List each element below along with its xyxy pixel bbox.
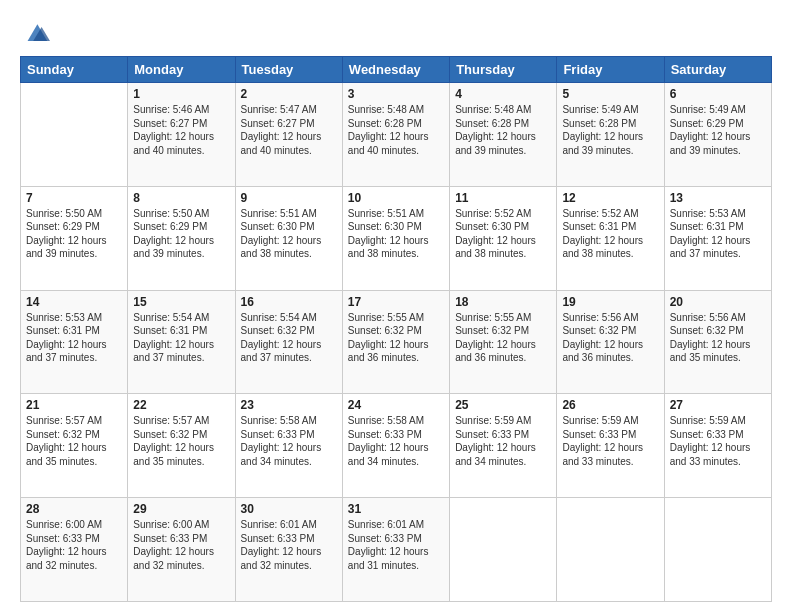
day-cell: 8Sunrise: 5:50 AM Sunset: 6:29 PM Daylig… [128,186,235,290]
day-info: Sunrise: 5:51 AM Sunset: 6:30 PM Dayligh… [348,207,444,261]
day-number: 7 [26,191,122,205]
day-info: Sunrise: 6:01 AM Sunset: 6:33 PM Dayligh… [348,518,444,572]
day-cell: 5Sunrise: 5:49 AM Sunset: 6:28 PM Daylig… [557,83,664,187]
day-cell: 19Sunrise: 5:56 AM Sunset: 6:32 PM Dayli… [557,290,664,394]
day-number: 6 [670,87,766,101]
day-cell [664,498,771,602]
day-info: Sunrise: 5:56 AM Sunset: 6:32 PM Dayligh… [670,311,766,365]
day-cell: 10Sunrise: 5:51 AM Sunset: 6:30 PM Dayli… [342,186,449,290]
header [20,18,772,46]
day-cell [21,83,128,187]
day-number: 11 [455,191,551,205]
day-info: Sunrise: 5:48 AM Sunset: 6:28 PM Dayligh… [455,103,551,157]
day-cell: 17Sunrise: 5:55 AM Sunset: 6:32 PM Dayli… [342,290,449,394]
col-header-wednesday: Wednesday [342,57,449,83]
day-number: 21 [26,398,122,412]
day-cell: 27Sunrise: 5:59 AM Sunset: 6:33 PM Dayli… [664,394,771,498]
day-number: 16 [241,295,337,309]
day-number: 27 [670,398,766,412]
day-number: 28 [26,502,122,516]
day-cell [557,498,664,602]
day-cell: 18Sunrise: 5:55 AM Sunset: 6:32 PM Dayli… [450,290,557,394]
day-cell: 20Sunrise: 5:56 AM Sunset: 6:32 PM Dayli… [664,290,771,394]
col-header-saturday: Saturday [664,57,771,83]
page: SundayMondayTuesdayWednesdayThursdayFrid… [0,0,792,612]
day-cell: 7Sunrise: 5:50 AM Sunset: 6:29 PM Daylig… [21,186,128,290]
day-info: Sunrise: 5:59 AM Sunset: 6:33 PM Dayligh… [670,414,766,468]
day-info: Sunrise: 5:55 AM Sunset: 6:32 PM Dayligh… [348,311,444,365]
col-header-sunday: Sunday [21,57,128,83]
day-number: 29 [133,502,229,516]
day-cell: 29Sunrise: 6:00 AM Sunset: 6:33 PM Dayli… [128,498,235,602]
calendar-table: SundayMondayTuesdayWednesdayThursdayFrid… [20,56,772,602]
day-number: 5 [562,87,658,101]
day-cell: 16Sunrise: 5:54 AM Sunset: 6:32 PM Dayli… [235,290,342,394]
day-info: Sunrise: 5:53 AM Sunset: 6:31 PM Dayligh… [26,311,122,365]
day-info: Sunrise: 5:57 AM Sunset: 6:32 PM Dayligh… [26,414,122,468]
day-info: Sunrise: 5:49 AM Sunset: 6:28 PM Dayligh… [562,103,658,157]
day-cell: 15Sunrise: 5:54 AM Sunset: 6:31 PM Dayli… [128,290,235,394]
day-info: Sunrise: 6:00 AM Sunset: 6:33 PM Dayligh… [26,518,122,572]
day-number: 30 [241,502,337,516]
col-header-tuesday: Tuesday [235,57,342,83]
day-info: Sunrise: 5:47 AM Sunset: 6:27 PM Dayligh… [241,103,337,157]
day-cell: 23Sunrise: 5:58 AM Sunset: 6:33 PM Dayli… [235,394,342,498]
day-info: Sunrise: 5:58 AM Sunset: 6:33 PM Dayligh… [241,414,337,468]
day-number: 23 [241,398,337,412]
day-info: Sunrise: 5:51 AM Sunset: 6:30 PM Dayligh… [241,207,337,261]
day-cell: 4Sunrise: 5:48 AM Sunset: 6:28 PM Daylig… [450,83,557,187]
week-row-2: 7Sunrise: 5:50 AM Sunset: 6:29 PM Daylig… [21,186,772,290]
day-info: Sunrise: 5:50 AM Sunset: 6:29 PM Dayligh… [133,207,229,261]
day-cell: 9Sunrise: 5:51 AM Sunset: 6:30 PM Daylig… [235,186,342,290]
day-cell: 1Sunrise: 5:46 AM Sunset: 6:27 PM Daylig… [128,83,235,187]
day-info: Sunrise: 5:56 AM Sunset: 6:32 PM Dayligh… [562,311,658,365]
day-info: Sunrise: 6:01 AM Sunset: 6:33 PM Dayligh… [241,518,337,572]
day-info: Sunrise: 5:49 AM Sunset: 6:29 PM Dayligh… [670,103,766,157]
day-number: 12 [562,191,658,205]
day-info: Sunrise: 5:48 AM Sunset: 6:28 PM Dayligh… [348,103,444,157]
day-cell: 25Sunrise: 5:59 AM Sunset: 6:33 PM Dayli… [450,394,557,498]
day-cell: 11Sunrise: 5:52 AM Sunset: 6:30 PM Dayli… [450,186,557,290]
logo-icon [22,18,50,46]
header-row: SundayMondayTuesdayWednesdayThursdayFrid… [21,57,772,83]
day-number: 24 [348,398,444,412]
day-number: 13 [670,191,766,205]
day-cell: 30Sunrise: 6:01 AM Sunset: 6:33 PM Dayli… [235,498,342,602]
day-info: Sunrise: 5:52 AM Sunset: 6:31 PM Dayligh… [562,207,658,261]
week-row-5: 28Sunrise: 6:00 AM Sunset: 6:33 PM Dayli… [21,498,772,602]
logo [20,18,50,46]
day-cell: 28Sunrise: 6:00 AM Sunset: 6:33 PM Dayli… [21,498,128,602]
day-number: 4 [455,87,551,101]
day-number: 3 [348,87,444,101]
day-number: 18 [455,295,551,309]
col-header-monday: Monday [128,57,235,83]
day-cell: 31Sunrise: 6:01 AM Sunset: 6:33 PM Dayli… [342,498,449,602]
day-info: Sunrise: 5:58 AM Sunset: 6:33 PM Dayligh… [348,414,444,468]
day-number: 10 [348,191,444,205]
col-header-thursday: Thursday [450,57,557,83]
day-cell [450,498,557,602]
week-row-4: 21Sunrise: 5:57 AM Sunset: 6:32 PM Dayli… [21,394,772,498]
day-info: Sunrise: 5:50 AM Sunset: 6:29 PM Dayligh… [26,207,122,261]
day-number: 1 [133,87,229,101]
day-cell: 13Sunrise: 5:53 AM Sunset: 6:31 PM Dayli… [664,186,771,290]
day-cell: 2Sunrise: 5:47 AM Sunset: 6:27 PM Daylig… [235,83,342,187]
day-number: 14 [26,295,122,309]
day-cell: 21Sunrise: 5:57 AM Sunset: 6:32 PM Dayli… [21,394,128,498]
day-info: Sunrise: 5:46 AM Sunset: 6:27 PM Dayligh… [133,103,229,157]
day-number: 25 [455,398,551,412]
day-number: 9 [241,191,337,205]
day-number: 15 [133,295,229,309]
day-info: Sunrise: 5:54 AM Sunset: 6:32 PM Dayligh… [241,311,337,365]
day-number: 20 [670,295,766,309]
week-row-1: 1Sunrise: 5:46 AM Sunset: 6:27 PM Daylig… [21,83,772,187]
day-info: Sunrise: 5:59 AM Sunset: 6:33 PM Dayligh… [562,414,658,468]
day-info: Sunrise: 6:00 AM Sunset: 6:33 PM Dayligh… [133,518,229,572]
day-cell: 14Sunrise: 5:53 AM Sunset: 6:31 PM Dayli… [21,290,128,394]
day-number: 8 [133,191,229,205]
day-number: 22 [133,398,229,412]
day-info: Sunrise: 5:53 AM Sunset: 6:31 PM Dayligh… [670,207,766,261]
day-number: 2 [241,87,337,101]
day-number: 17 [348,295,444,309]
day-cell: 6Sunrise: 5:49 AM Sunset: 6:29 PM Daylig… [664,83,771,187]
